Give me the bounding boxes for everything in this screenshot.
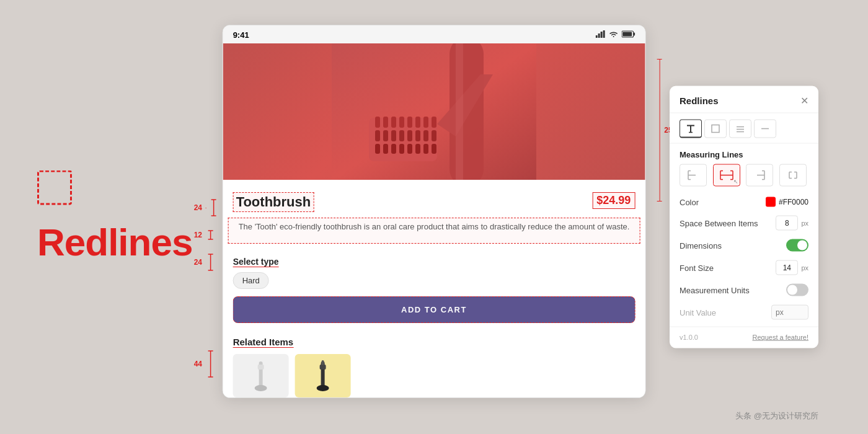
svg-rect-17 [634,33,635,36]
measurement-12-arrow [206,229,216,241]
add-to-cart-section: ADD TO CART [223,296,645,330]
panel-tab-text[interactable] [680,120,702,138]
unit-value-input[interactable] [771,305,808,320]
dimensions-label: Dimensions [680,241,722,250]
svg-rect-23 [383,117,388,128]
unit-value-label: Unit Value [680,308,716,317]
ml-option-left[interactable] [680,164,707,187]
panel-title: Redlines [680,95,719,106]
product-name: Toothbrush [233,192,314,212]
svg-point-51 [317,385,329,391]
redlines-panel: Redlines ✕ Meas [670,86,818,348]
product-image [223,43,645,180]
svg-rect-37 [432,130,436,141]
product-description: The 'Tooth' eco-friendly toothbrush is a… [228,218,640,244]
svg-rect-36 [423,130,428,141]
svg-rect-31 [383,130,388,141]
add-to-cart-button[interactable]: ADD TO CART [233,296,636,323]
related-item-1[interactable] [233,354,289,397]
svg-rect-44 [423,144,428,154]
svg-rect-45 [432,144,436,154]
wifi-icon [608,30,618,40]
dimensions-toggle[interactable] [786,239,808,252]
svg-rect-26 [407,117,412,128]
svg-rect-34 [407,130,412,141]
space-unit: px [801,219,808,227]
svg-rect-29 [432,117,436,128]
svg-rect-12 [595,35,597,38]
measurement-24-bot: 24 [193,253,216,272]
panel-tab-box[interactable] [704,120,727,138]
measurement-units-toggle[interactable] [786,284,808,296]
measurement-units-label: Measurement Units [680,285,750,294]
product-content: Toothbrush $24.99 The 'Tooth' eco-friend… [223,180,645,397]
dashed-box-icon [37,170,72,205]
space-between-input[interactable] [776,216,798,231]
svg-rect-30 [375,130,380,141]
select-type-label: Select type [233,257,279,267]
svg-rect-39 [383,144,388,154]
measurement-44: 44 [193,350,216,378]
color-swatch[interactable] [766,197,776,207]
svg-rect-43 [415,144,420,154]
svg-rect-40 [391,144,396,154]
svg-rect-18 [622,32,632,37]
svg-rect-13 [598,33,600,38]
panel-tab-lines[interactable] [729,120,751,138]
panel-tabs [670,113,818,144]
font-size-unit: px [801,264,808,272]
svg-rect-27 [415,117,420,128]
panel-tab-minus[interactable] [754,120,776,138]
svg-rect-14 [600,32,602,38]
font-size-label: Font Size [680,263,714,272]
color-value[interactable]: #FF0000 [766,197,808,207]
related-item-2[interactable] [295,354,351,397]
related-items-grid [233,354,636,397]
measurement-12: 12 [193,229,216,241]
phone-frame: 9:41 [223,25,646,398]
measurement-units-row: Measurement Units [670,280,818,301]
cursor-icon: ↖ [733,179,738,185]
type-chip-hard[interactable]: Hard [233,272,269,289]
font-size-input[interactable] [776,260,798,275]
space-between-row: Space Between Items px [670,211,818,235]
panel-close-button[interactable]: ✕ [800,95,808,107]
type-options: Hard [233,272,636,289]
svg-rect-25 [399,117,404,128]
text-tab-icon [686,123,696,133]
version-label: v1.0.0 [680,334,698,341]
ml-right-icon [751,169,768,182]
product-header: Toothbrush $24.99 [223,180,645,218]
ml-option-right[interactable] [746,164,773,187]
svg-rect-28 [423,117,428,128]
space-between-label: Space Between Items [680,218,758,228]
dimensions-row: Dimensions [670,235,818,256]
svg-rect-24 [391,117,396,128]
font-size-value: px [776,260,808,275]
panel-footer: v1.0.0 Request a feature! [670,327,818,341]
ml-inner-icon [784,169,802,182]
ml-left-icon [684,169,702,182]
panel-header: Redlines ✕ [670,86,818,113]
measuring-lines-grid: ↖ [670,164,818,193]
measurement-24-bot-arrow [206,253,216,272]
measurement-44-arrow [206,350,216,378]
watermark: 头条 @无为设计研究所 [735,410,818,422]
svg-rect-15 [603,30,604,38]
ml-option-inner[interactable] [779,164,807,187]
svg-rect-35 [415,130,420,141]
ml-option-both[interactable]: ↖ [713,164,740,187]
svg-rect-46 [456,43,463,180]
svg-rect-22 [375,117,380,128]
signal-icon [595,30,605,40]
measurement-24-top: 24 [193,198,219,217]
status-time: 9:41 [233,30,249,40]
request-feature-link[interactable]: Request a feature! [752,334,808,341]
measuring-lines-label: Measuring Lines [670,144,818,164]
svg-rect-33 [399,130,404,141]
minus-tab-icon [760,124,770,134]
status-bar: 9:41 [223,25,645,43]
svg-rect-38 [375,144,380,154]
space-between-value: px [776,216,808,231]
color-row: Color #FF0000 [670,193,818,211]
